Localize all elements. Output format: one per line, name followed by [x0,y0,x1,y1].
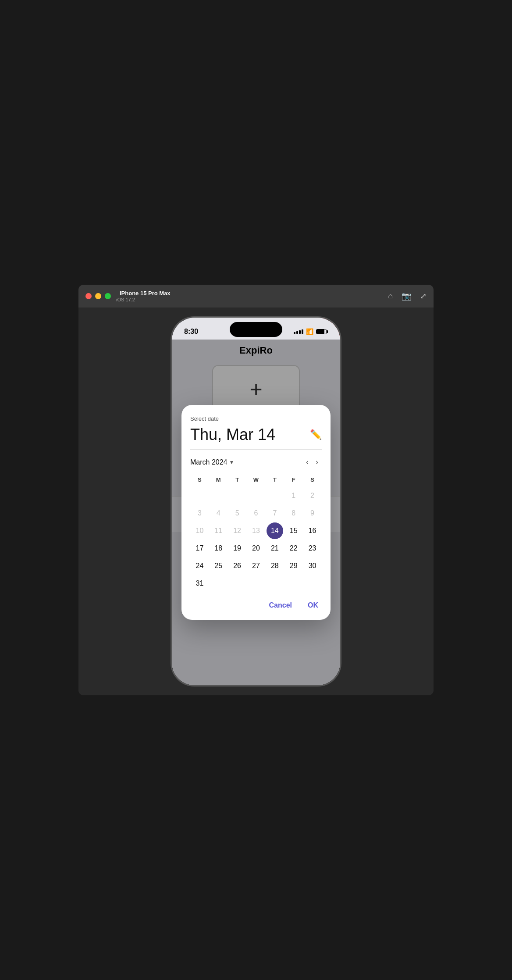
day-20[interactable]: 20 [248,540,264,557]
simulator-controls: ⌂ 📷 ⤢ [388,291,427,301]
status-icons: 📶 [294,328,328,335]
month-dropdown-icon[interactable]: ▼ [229,459,235,465]
traffic-lights [85,293,111,299]
day-29[interactable]: 29 [285,558,302,574]
day-12[interactable]: 12 [229,522,245,539]
month-label: March 2024 ▼ [190,458,302,466]
day-17[interactable]: 17 [191,540,208,557]
day-27[interactable]: 27 [248,558,264,574]
day-3[interactable]: 3 [191,505,208,522]
day-21[interactable]: 21 [267,540,283,557]
close-button[interactable] [85,293,92,299]
day-1[interactable]: 1 [285,487,302,504]
weekday-T2: T [265,474,284,486]
weekday-W: W [247,474,266,486]
day-empty-7 [229,575,245,592]
day-empty-8 [248,575,264,592]
calendar-row-2: 3 4 5 6 7 8 9 [190,505,322,522]
device-name: iPhone 15 Pro Max [120,290,171,297]
day-28[interactable]: 28 [267,558,283,574]
day-16[interactable]: 16 [304,522,321,539]
minimize-button[interactable] [95,293,101,299]
day-10[interactable]: 10 [191,522,208,539]
device-info: iPhone 15 Pro Max iOS 17.2 [116,290,171,302]
ok-button[interactable]: OK [304,600,322,611]
phone-screen: DEBUG 8:30 📶 [172,318,340,685]
month-nav: March 2024 ▼ ‹ › [190,456,322,469]
day-24[interactable]: 24 [191,558,208,574]
day-6[interactable]: 6 [248,505,264,522]
next-month-button[interactable]: › [312,456,322,469]
weekday-S2: S [303,474,322,486]
day-22[interactable]: 22 [285,540,302,557]
calendar-row-4: 17 18 19 20 21 22 23 [190,540,322,557]
selected-date-text: Thu, Mar 14 [190,426,275,444]
rotate-icon[interactable]: ⤢ [420,291,427,301]
maximize-button[interactable] [105,293,111,299]
day-11[interactable]: 11 [210,522,227,539]
day-empty-10 [285,575,302,592]
day-2[interactable]: 2 [304,487,321,504]
calendar-grid: S M T W T F S [190,474,322,592]
day-31[interactable]: 31 [191,575,208,592]
day-19[interactable]: 19 [229,540,245,557]
day-empty-11 [304,575,321,592]
prev-month-button[interactable]: ‹ [302,456,312,469]
day-9[interactable]: 9 [304,505,321,522]
calendar-row-1: 1 2 [190,487,322,504]
day-empty-2 [210,487,227,504]
day-empty-9 [267,575,283,592]
phone-device: DEBUG 8:30 📶 [171,316,341,687]
app-content: ExpiRo + 14/3/ [172,340,340,685]
day-empty-6 [210,575,227,592]
edit-date-icon[interactable]: ✏️ [310,429,322,440]
day-23[interactable]: 23 [304,540,321,557]
modal-overlay[interactable]: Select date Thu, Mar 14 ✏️ March 2024 ▼ [172,340,340,685]
day-14-selected[interactable]: 14 [267,522,283,539]
simulator-window: iPhone 15 Pro Max iOS 17.2 ⌂ 📷 ⤢ DEBUG 8… [78,285,434,695]
day-8[interactable]: 8 [285,505,302,522]
cancel-button[interactable]: Cancel [266,600,295,611]
date-picker-dialog: Select date Thu, Mar 14 ✏️ March 2024 ▼ [181,405,331,620]
day-5[interactable]: 5 [229,505,245,522]
simulator-titlebar: iPhone 15 Pro Max iOS 17.2 ⌂ 📷 ⤢ [78,285,434,308]
weekday-M: M [209,474,228,486]
calendar-row-3: 10 11 12 13 14 15 16 [190,522,322,539]
weekday-S1: S [190,474,209,486]
dialog-divider [190,449,322,450]
day-30[interactable]: 30 [304,558,321,574]
day-empty-4 [248,487,264,504]
dialog-label: Select date [190,415,322,422]
battery-icon [316,329,328,334]
dialog-actions: Cancel OK [190,593,322,611]
home-icon[interactable]: ⌂ [388,291,393,301]
day-empty-3 [229,487,245,504]
device-os: iOS 17.2 [116,297,171,302]
wifi-icon: 📶 [306,328,313,335]
day-25[interactable]: 25 [210,558,227,574]
phone-bezel: DEBUG 8:30 📶 [78,308,434,695]
weekday-T1: T [228,474,247,486]
calendar-weekday-headers: S M T W T F S [190,474,322,486]
day-13[interactable]: 13 [248,522,264,539]
screenshot-icon[interactable]: 📷 [402,291,411,301]
day-15[interactable]: 15 [285,522,302,539]
status-time: 8:30 [184,328,198,336]
day-empty-5 [267,487,283,504]
status-bar: 8:30 📶 [172,318,340,340]
day-4[interactable]: 4 [210,505,227,522]
dynamic-island [230,322,282,337]
day-18[interactable]: 18 [210,540,227,557]
selected-date-display: Thu, Mar 14 ✏️ [190,426,322,444]
calendar-row-6: 31 [190,575,322,592]
signal-icon [294,329,303,334]
day-7[interactable]: 7 [267,505,283,522]
calendar-row-5: 24 25 26 27 28 29 30 [190,558,322,574]
weekday-F: F [284,474,303,486]
day-26[interactable]: 26 [229,558,245,574]
day-empty-1 [191,487,208,504]
